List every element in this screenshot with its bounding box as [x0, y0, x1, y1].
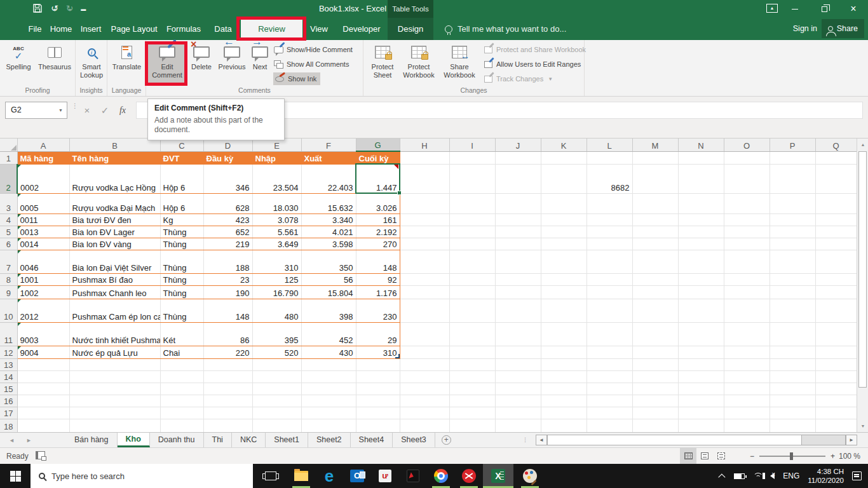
grid-cell[interactable]: 148: [203, 299, 252, 322]
grid-cell[interactable]: [724, 226, 770, 238]
row-header-18[interactable]: 18: [0, 419, 17, 432]
grid-cell[interactable]: [770, 346, 815, 358]
grid-cell[interactable]: [587, 214, 632, 226]
sheet-tab-sheet3[interactable]: Sheet3: [393, 433, 435, 447]
grid-cell[interactable]: [400, 419, 449, 432]
grid-cell[interactable]: 398: [301, 299, 356, 322]
row-header-10[interactable]: 10: [0, 299, 17, 322]
grid-cell[interactable]: [815, 358, 857, 370]
sign-in-button[interactable]: Sign in: [793, 18, 817, 40]
grid-cell[interactable]: 0005: [17, 193, 69, 214]
grid-cell[interactable]: [160, 419, 203, 432]
grid-cell[interactable]: [724, 383, 770, 395]
grid-cell[interactable]: Rượu vodka Lạc Hồng: [69, 164, 160, 193]
next-comment-button[interactable]: → Next: [248, 41, 272, 85]
language-indicator[interactable]: ENG: [783, 471, 799, 480]
column-header-M[interactable]: M: [632, 139, 678, 151]
ribbon-display-options-icon[interactable]: ▲: [766, 4, 778, 13]
grid-cell[interactable]: [541, 285, 587, 299]
grid-cell[interactable]: [495, 407, 541, 419]
grid-cell[interactable]: [400, 193, 449, 214]
restore-icon[interactable]: [810, 0, 839, 18]
grid-cell[interactable]: 9003: [17, 322, 69, 346]
zoom-out-icon[interactable]: −: [750, 452, 754, 461]
grid-cell[interactable]: [632, 164, 678, 193]
edge-icon[interactable]: e: [315, 464, 343, 488]
grid-cell[interactable]: [724, 285, 770, 299]
chrome-icon[interactable]: [427, 464, 455, 488]
share-workbook-button[interactable]: ↔ Share Workbook: [440, 41, 479, 85]
grid-cell[interactable]: [632, 358, 678, 370]
vertical-scrollbar[interactable]: ▲ ▼: [857, 139, 868, 432]
grid-cell[interactable]: [449, 383, 495, 395]
grid-cell[interactable]: [724, 346, 770, 358]
tab-home[interactable]: Home: [44, 18, 78, 40]
grid-cell[interactable]: [587, 250, 632, 273]
scroll-up-icon[interactable]: ▲: [858, 139, 868, 150]
row-header-8[interactable]: 8: [0, 273, 17, 285]
grid-cell[interactable]: 0013: [17, 226, 69, 238]
grid-cell[interactable]: [632, 370, 678, 383]
grid-cell[interactable]: [770, 285, 815, 299]
grid-cell[interactable]: [678, 358, 724, 370]
tab-view[interactable]: View: [304, 18, 334, 40]
grid-cell[interactable]: Pushmax Bí đao: [69, 273, 160, 285]
zoom-slider-thumb[interactable]: [790, 452, 793, 460]
grid-cell[interactable]: [69, 419, 160, 432]
grid-cell[interactable]: [770, 226, 815, 238]
row-header-17[interactable]: 17: [0, 407, 17, 419]
grid-cell[interactable]: [541, 419, 587, 432]
thesaurus-button[interactable]: Thesaurus: [36, 41, 74, 85]
snipping-icon[interactable]: [455, 464, 483, 488]
grid-cell[interactable]: 1002: [17, 285, 69, 299]
grid-cell[interactable]: [632, 395, 678, 407]
save-icon[interactable]: [33, 4, 42, 15]
grid-cell[interactable]: [449, 214, 495, 226]
grid-cell[interactable]: [17, 370, 69, 383]
scroll-left-icon[interactable]: ◄: [536, 435, 547, 445]
row-header-13[interactable]: 13: [0, 358, 17, 370]
tab-formulas[interactable]: Formulas: [160, 18, 207, 40]
grid-cell[interactable]: [449, 193, 495, 214]
grid-cell[interactable]: [495, 250, 541, 273]
vertical-scroll-thumb[interactable]: [858, 151, 867, 388]
grid-cell[interactable]: [815, 346, 857, 358]
protect-workbook-button[interactable]: Protect Workbook: [399, 41, 438, 85]
grid-cell[interactable]: [400, 226, 449, 238]
grid-cell[interactable]: [541, 238, 587, 250]
row-header-14[interactable]: 14: [0, 370, 17, 383]
grid-cell[interactable]: [678, 273, 724, 285]
grid-cell[interactable]: 161: [356, 214, 400, 226]
grid-cell[interactable]: [495, 346, 541, 358]
grid-cell[interactable]: 0011: [17, 214, 69, 226]
grid-cell[interactable]: [815, 226, 857, 238]
grid-cell[interactable]: [678, 226, 724, 238]
grid-cell[interactable]: 86: [203, 322, 252, 346]
grid-cell[interactable]: [541, 370, 587, 383]
normal-view-button[interactable]: [680, 448, 696, 464]
grid-cell[interactable]: [449, 370, 495, 383]
grid-cell[interactable]: [724, 250, 770, 273]
grid-cell[interactable]: [400, 370, 449, 383]
garena-icon[interactable]: [399, 464, 427, 488]
grid-cell[interactable]: Pushmax Cam ép lon cao: [69, 299, 160, 322]
table-header-cell[interactable]: Đầu kỳ: [203, 151, 252, 164]
grid-cell[interactable]: [815, 395, 857, 407]
grid-cell[interactable]: 148: [356, 250, 400, 273]
grid-cell[interactable]: [724, 193, 770, 214]
file-explorer-icon[interactable]: [287, 464, 315, 488]
action-center-icon[interactable]: [852, 471, 862, 480]
grid-cell[interactable]: [541, 358, 587, 370]
grid-cell[interactable]: [770, 322, 815, 346]
grid-cell[interactable]: [495, 383, 541, 395]
horizontal-scroll-thumb[interactable]: [548, 435, 802, 445]
select-all-corner[interactable]: [0, 139, 17, 151]
grid-cell[interactable]: 3.026: [356, 193, 400, 214]
grid-cell[interactable]: 29: [356, 322, 400, 346]
grid-cell[interactable]: [587, 299, 632, 322]
minimize-icon[interactable]: [780, 0, 810, 18]
grid-cell[interactable]: Thùng: [160, 250, 203, 273]
grid-cell[interactable]: [449, 238, 495, 250]
grid-cell[interactable]: Bia lon ĐV vàng: [69, 238, 160, 250]
column-header-K[interactable]: K: [541, 139, 587, 151]
